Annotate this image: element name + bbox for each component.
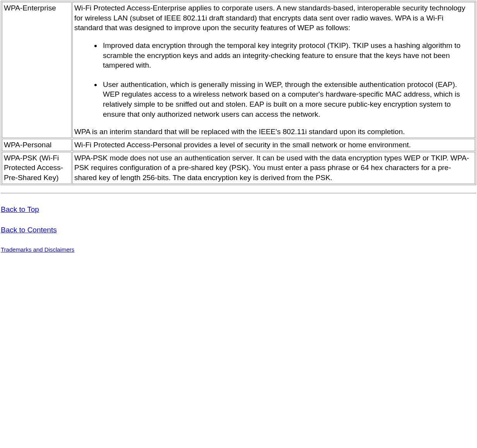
definition-cell: Wi-Fi Protected Access-Personal provides… bbox=[72, 139, 475, 151]
term-cell: WPA-PSK (Wi-Fi Protected Access-Pre-Shar… bbox=[2, 152, 72, 184]
definition-outro: WPA is an interim standard that will be … bbox=[74, 128, 405, 136]
table-row: WPA-Personal Wi-Fi Protected Access-Pers… bbox=[2, 139, 475, 151]
back-to-contents-link[interactable]: Back to Contents bbox=[1, 226, 57, 234]
table-row: WPA-Enterprise Wi-Fi Protected Access-En… bbox=[2, 2, 475, 138]
definition-cell: Wi-Fi Protected Access-Enterprise applie… bbox=[72, 2, 475, 138]
definition-cell: WPA-PSK mode does not use an authenticat… bbox=[72, 152, 475, 184]
term-cell: WPA-Personal bbox=[2, 139, 72, 151]
trademarks-link[interactable]: Trademarks and Disclaimers bbox=[1, 246, 74, 253]
list-item: User authentication, which is generally … bbox=[101, 80, 471, 119]
definition-list: Improved data encryption through the tem… bbox=[74, 41, 473, 119]
divider bbox=[1, 193, 476, 194]
back-to-top-link[interactable]: Back to Top bbox=[1, 205, 39, 213]
table-row: WPA-PSK (Wi-Fi Protected Access-Pre-Shar… bbox=[2, 152, 475, 184]
term-cell: WPA-Enterprise bbox=[2, 2, 72, 138]
nav-links: Back to Top Back to Contents Trademarks … bbox=[1, 204, 476, 254]
glossary-table: WPA-Enterprise Wi-Fi Protected Access-En… bbox=[1, 1, 476, 185]
list-item: Improved data encryption through the tem… bbox=[101, 41, 471, 70]
definition-intro: Wi-Fi Protected Access-Enterprise applie… bbox=[74, 4, 465, 32]
